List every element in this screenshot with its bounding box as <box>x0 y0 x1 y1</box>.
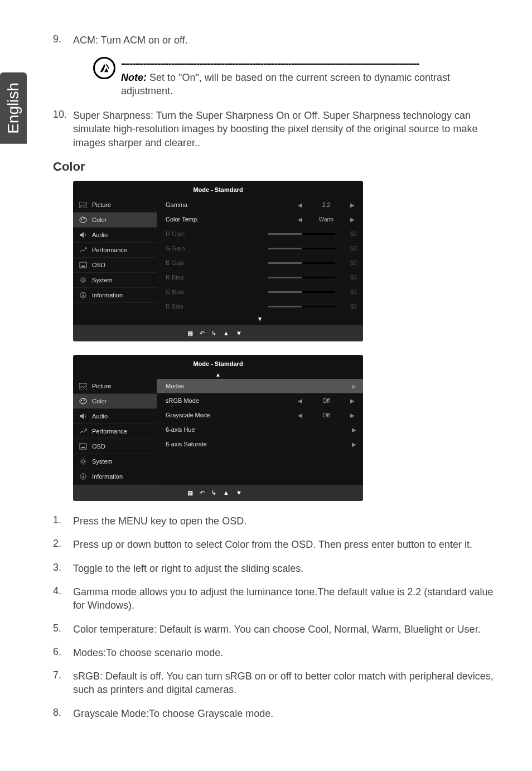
svg-point-12 <box>80 398 86 404</box>
row-modes[interactable]: Modes▶ <box>157 379 363 393</box>
back-icon[interactable]: ↶ <box>200 330 211 336</box>
row-grayscale[interactable]: Grayscale Mode◀Off▶ <box>157 408 363 422</box>
item-number: 9. <box>53 33 73 47</box>
up-icon[interactable]: ▲ <box>223 489 236 496</box>
down-icon[interactable]: ▼ <box>236 330 249 336</box>
left-arrow-icon[interactable]: ◀ <box>296 216 304 223</box>
row-6axis-hue[interactable]: 6-axis Hue▶ <box>157 422 363 437</box>
osd-icon <box>79 262 88 268</box>
left-arrow-icon[interactable]: ◀ <box>296 202 304 208</box>
nav-item-osd[interactable]: OSD <box>73 258 157 273</box>
nav-item-color[interactable]: Color <box>73 394 157 409</box>
item-text: Press up or down button to select Color … <box>73 538 499 551</box>
osd-panel-2: Mode - Stamdard ▲ Picture Color Audio Pe… <box>73 355 363 501</box>
svg-rect-9 <box>83 295 84 297</box>
osd-title: Mode - Stamdard <box>73 181 363 197</box>
scroll-up-icon[interactable]: ▲ <box>73 372 363 379</box>
nav-label: Picture <box>92 383 111 389</box>
svg-rect-15 <box>80 444 86 449</box>
right-arrow-icon[interactable]: ▶ <box>349 398 356 404</box>
svg-point-17 <box>81 460 84 463</box>
item-number: 5. <box>53 623 73 636</box>
item-number: 3. <box>53 562 73 575</box>
nav-item-information[interactable]: Information <box>73 469 157 484</box>
right-arrow-icon[interactable]: ▶ <box>349 216 356 223</box>
scroll-down-icon[interactable]: ▼ <box>157 314 363 325</box>
item-number: 8. <box>53 707 73 720</box>
nav-label: OSD <box>92 262 105 268</box>
slider-value: 50 <box>341 289 356 295</box>
enter-icon[interactable]: ↳ <box>211 330 223 336</box>
up-icon[interactable]: ▲ <box>223 330 236 336</box>
right-arrow-icon[interactable]: ▶ <box>349 202 356 208</box>
enter-icon[interactable]: ↳ <box>211 489 223 496</box>
list-item: 10. Super Sharpness: Turn the Super Shar… <box>53 109 499 150</box>
setting-label: sRGB Mode <box>166 397 291 404</box>
row-6axis-saturate[interactable]: 6-axis Saturate▶ <box>157 437 363 451</box>
note-icon <box>93 57 115 79</box>
setting-label: Modes <box>166 383 343 389</box>
gear-icon <box>79 458 88 465</box>
setting-label: Gamma <box>166 201 291 208</box>
svg-point-20 <box>83 475 84 476</box>
row-rgain: R Gain50 <box>157 227 363 241</box>
nav-item-performance[interactable]: Performance <box>73 424 157 439</box>
row-gamma[interactable]: Gamma◀2.2▶ <box>157 197 363 212</box>
down-icon[interactable]: ▼ <box>236 489 249 496</box>
language-tab: English <box>0 73 27 144</box>
item-number: 2. <box>53 538 73 551</box>
note-label: Note: <box>121 72 147 83</box>
nav-item-audio[interactable]: Audio <box>73 228 157 243</box>
slider-value: 50 <box>341 274 356 281</box>
item-number: 7. <box>53 669 73 697</box>
note-dashes: ----------------------------------------… <box>121 58 419 69</box>
left-arrow-icon[interactable]: ◀ <box>296 412 304 418</box>
svg-rect-1 <box>79 202 87 208</box>
note-block: ----------------------------------------… <box>93 57 499 98</box>
svg-point-2 <box>80 217 86 223</box>
nav-item-osd[interactable]: OSD <box>73 439 157 454</box>
setting-label: Color Temp. <box>166 216 291 223</box>
nav-item-picture[interactable]: Picture <box>73 197 157 213</box>
slider <box>268 291 335 293</box>
note-body: Set to "On", will be based on the curren… <box>121 72 450 97</box>
nav-item-picture[interactable]: Picture <box>73 379 157 394</box>
setting-label: B Bias <box>166 303 263 310</box>
setting-label: B Gain <box>166 259 263 266</box>
palette-icon <box>79 216 88 223</box>
svg-rect-11 <box>79 383 87 389</box>
nav-item-color[interactable]: Color <box>73 213 157 228</box>
slider-value: 50 <box>341 231 356 237</box>
picture-icon <box>79 383 88 389</box>
item-text: Modes:To choose scenario mode. <box>73 646 499 659</box>
row-srgb[interactable]: sRGB Mode◀Off▶ <box>157 393 363 408</box>
setting-value: Off <box>309 398 343 404</box>
setting-value: Off <box>309 412 343 418</box>
nav-item-audio[interactable]: Audio <box>73 409 157 424</box>
nav-item-system[interactable]: System <box>73 273 157 288</box>
osd-footer: ▦↶↳▲▼ <box>73 485 363 501</box>
menu-icon[interactable]: ▦ <box>187 330 200 336</box>
menu-icon[interactable]: ▦ <box>187 489 200 496</box>
chevron-right-icon: ▶ <box>349 441 356 447</box>
svg-point-13 <box>81 400 82 401</box>
osd-settings: Modes▶ sRGB Mode◀Off▶ Grayscale Mode◀Off… <box>157 379 363 485</box>
right-arrow-icon[interactable]: ▶ <box>349 412 356 418</box>
svg-rect-16 <box>81 447 85 448</box>
svg-rect-5 <box>80 262 86 268</box>
nav-item-performance[interactable]: Performance <box>73 243 157 258</box>
nav-label: Audio <box>92 413 108 420</box>
slider <box>268 277 335 278</box>
performance-icon <box>79 428 88 435</box>
nav-item-information[interactable]: Information <box>73 288 157 303</box>
nav-label: Color <box>92 216 107 223</box>
svg-point-7 <box>81 279 84 282</box>
setting-label: G Gain <box>166 245 263 252</box>
list-item: 2.Press up or down button to select Colo… <box>53 538 499 551</box>
left-arrow-icon[interactable]: ◀ <box>296 398 304 404</box>
back-icon[interactable]: ↶ <box>200 489 211 496</box>
list-item: 1.Press the MENU key to open the OSD. <box>53 514 499 528</box>
row-colortemp[interactable]: Color Temp.◀Warm▶ <box>157 212 363 227</box>
nav-item-system[interactable]: System <box>73 454 157 469</box>
item-text: Color temperature: Default is warm. You … <box>73 623 499 636</box>
